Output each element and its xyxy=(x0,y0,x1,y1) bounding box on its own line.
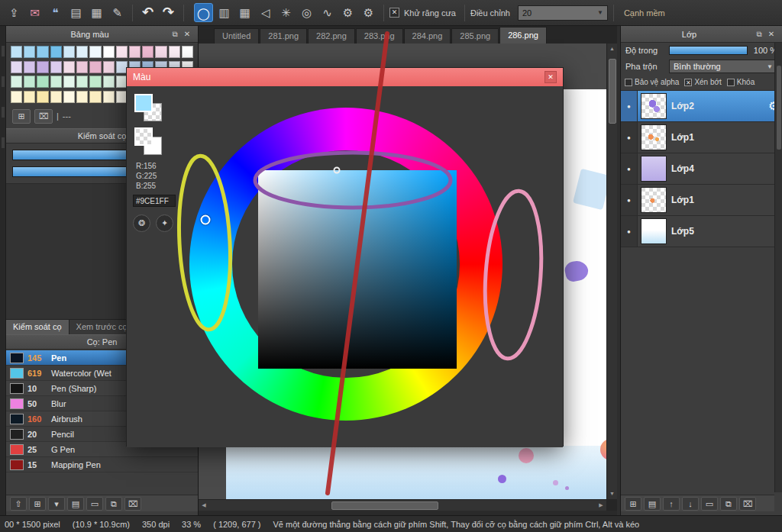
palette-swatch[interactable] xyxy=(37,61,48,73)
grid-document-icon[interactable]: ▦ xyxy=(87,3,106,22)
delete-brush-icon[interactable]: ⌧ xyxy=(124,497,141,511)
horizontal-scrollbar[interactable]: ◀ ▶ xyxy=(199,499,606,511)
scroll-up-icon[interactable]: ▲ xyxy=(607,44,618,54)
layer-down-icon[interactable]: ↓ xyxy=(682,497,699,511)
palette-swatch[interactable] xyxy=(76,61,88,73)
palette-swatch[interactable] xyxy=(24,61,35,73)
palette-swatch[interactable] xyxy=(50,46,62,58)
undo-icon[interactable]: ↶ xyxy=(138,3,157,22)
upload-brush-icon[interactable]: ⇧ xyxy=(10,497,27,511)
duplicate-layer-icon[interactable]: ⧉ xyxy=(720,497,737,511)
layer-up-icon[interactable]: ↑ xyxy=(663,497,680,511)
current-color-swatch[interactable] xyxy=(134,94,153,112)
document-tab[interactable]: 283.png xyxy=(356,28,403,44)
palette-swatch[interactable] xyxy=(63,46,75,58)
new-brush-icon[interactable]: ⊞ xyxy=(29,497,46,511)
palette-swatch[interactable] xyxy=(103,61,115,73)
palette-swatch[interactable] xyxy=(76,76,88,88)
palette-swatch[interactable] xyxy=(169,46,180,58)
palette-swatch[interactable] xyxy=(11,46,22,58)
document-icon[interactable]: ▤ xyxy=(66,3,86,22)
polygon-tool-icon[interactable]: ◁ xyxy=(256,3,275,22)
palette-swatch[interactable] xyxy=(24,91,35,103)
lock-option[interactable]: Khóa xyxy=(727,78,755,86)
add-swatch-button[interactable]: ⊞ xyxy=(12,109,31,124)
palette-swatch[interactable] xyxy=(142,46,153,58)
palette-swatch[interactable] xyxy=(50,61,62,73)
antialias-checkbox[interactable]: ✕ xyxy=(389,8,399,18)
palette-swatch[interactable] xyxy=(129,46,141,58)
alpha-protect-option[interactable]: Bảo vệ alpha xyxy=(625,78,679,86)
brush-menu-icon[interactable]: ▾ xyxy=(48,497,65,511)
new-layer-icon[interactable]: ⊞ xyxy=(625,497,641,511)
palette-swatch[interactable] xyxy=(24,46,35,58)
layer-scroll-thumb[interactable] xyxy=(777,66,781,150)
palette-swatch[interactable] xyxy=(89,61,101,73)
clipping-option[interactable]: ✕Xén bớt xyxy=(684,78,721,86)
curve-tool-icon[interactable]: ∿ xyxy=(318,3,337,22)
close-icon[interactable]: ✕ xyxy=(181,30,193,38)
palette-button[interactable]: ❂ xyxy=(133,214,150,232)
palette-swatch[interactable] xyxy=(103,46,115,58)
tile-tool-icon[interactable]: ▦ xyxy=(235,3,254,22)
palette-swatch[interactable] xyxy=(103,91,115,103)
document-tab[interactable]: 282.png xyxy=(308,28,355,44)
symmetry-tool-icon[interactable]: ✳ xyxy=(276,3,296,22)
color-dialog-titlebar[interactable]: Màu ✕ xyxy=(127,68,563,86)
clipping-checkbox[interactable]: ✕ xyxy=(684,79,692,86)
scroll-down-icon[interactable]: ▼ xyxy=(607,488,618,499)
chat-icon[interactable]: ✉ xyxy=(25,3,44,22)
layer-visibility-toggle[interactable]: ● xyxy=(621,216,638,247)
palette-swatch[interactable] xyxy=(37,46,48,58)
comment-icon[interactable]: ❝ xyxy=(46,3,65,22)
left-panel-tab[interactable]: Xem trước cọ xyxy=(69,320,135,334)
palette-swatch[interactable] xyxy=(116,46,128,58)
palette-swatch[interactable] xyxy=(89,76,101,88)
palette-swatch[interactable] xyxy=(24,76,35,88)
palette-swatch[interactable] xyxy=(63,91,75,103)
layer-row[interactable]: ● Lớp1 ⚙ xyxy=(621,185,782,216)
horizontal-scroll-thumb[interactable] xyxy=(331,501,438,510)
palette-swatch[interactable] xyxy=(11,61,22,73)
palette-swatch[interactable] xyxy=(103,76,115,88)
new-folder-icon[interactable]: ▭ xyxy=(701,497,718,511)
document-tab[interactable]: Untitled xyxy=(214,28,259,44)
brush-folder-icon[interactable]: ▭ xyxy=(86,497,103,511)
palette-swatch[interactable] xyxy=(182,46,193,58)
palette-swatch[interactable] xyxy=(37,76,48,88)
transparent-color-swatch[interactable] xyxy=(134,127,153,146)
palette-swatch[interactable] xyxy=(50,76,62,88)
document-tab[interactable]: 281.png xyxy=(260,28,307,44)
layer-row[interactable]: ● Lớp1 ⚙ xyxy=(621,122,782,153)
layer-row[interactable]: ● Lớp2 ⚙ xyxy=(621,91,782,122)
rings-tool-icon[interactable]: ◎ xyxy=(297,3,316,22)
collapsed-panel-strip[interactable] xyxy=(0,26,6,515)
adjust-select[interactable]: 20 ▼ xyxy=(518,5,608,21)
settings-icon[interactable]: ⚙ xyxy=(359,3,378,22)
brush-list-item[interactable]: 15 Mapping Pen xyxy=(6,457,198,472)
document-tab[interactable]: 286.png xyxy=(499,27,547,44)
close-icon[interactable]: ✕ xyxy=(765,30,777,38)
scroll-left-icon[interactable]: ◀ xyxy=(199,500,209,511)
vertical-scroll-thumb[interactable] xyxy=(609,59,616,124)
layer-row[interactable]: ● Lớp5 ⚙ xyxy=(621,216,782,247)
palette-swatch[interactable] xyxy=(155,46,166,58)
document-tab[interactable]: 285.png xyxy=(451,28,499,44)
redo-icon[interactable]: ↷ xyxy=(159,3,178,22)
vertical-scrollbar[interactable]: ▲ ▼ xyxy=(606,44,617,499)
palette-swatch[interactable] xyxy=(89,46,101,58)
layer-visibility-toggle[interactable]: ● xyxy=(621,122,638,153)
close-icon[interactable]: ✕ xyxy=(544,71,557,83)
delete-swatch-icon[interactable]: ⌧ xyxy=(34,109,53,124)
popout-icon[interactable]: ⧉ xyxy=(169,30,181,39)
brush-script-icon[interactable]: ▤ xyxy=(67,497,84,511)
palette-swatch[interactable] xyxy=(76,91,88,103)
delete-layer-icon[interactable]: ⌧ xyxy=(739,497,756,511)
blend-mode-select[interactable]: Bình thường ▼ xyxy=(669,60,777,73)
layer-row[interactable]: ● Lớp4 ⚙ xyxy=(621,153,782,185)
palette-add-button[interactable]: ✦ xyxy=(156,214,173,232)
palette-swatch[interactable] xyxy=(11,91,22,103)
gradient-tool-icon[interactable]: ▥ xyxy=(215,3,234,22)
document-tab[interactable]: 284.png xyxy=(404,28,451,44)
edit-document-icon[interactable]: ✎ xyxy=(108,3,127,22)
